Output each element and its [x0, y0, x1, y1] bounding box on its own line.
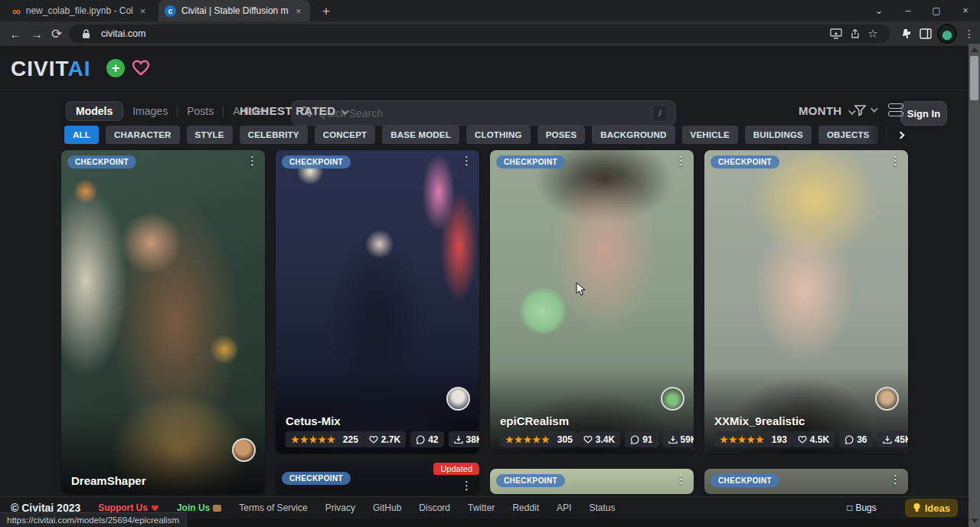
creator-avatar[interactable]	[661, 387, 684, 411]
chip-celebrity[interactable]: CELEBRITY	[240, 126, 308, 144]
creator-avatar[interactable]	[446, 387, 470, 411]
new-tab-button[interactable]: +	[317, 2, 335, 21]
mouse-cursor	[576, 282, 587, 300]
chip-style[interactable]: STYLE	[187, 126, 233, 144]
briefcase-icon	[213, 505, 221, 512]
search-input[interactable]: Quick Search /	[291, 100, 676, 126]
browser-menu-icon[interactable]: ⋮	[959, 24, 979, 44]
model-card-cetus-mix[interactable]: CHECKPOINT ⋮ Cetus-Mix ★★★★★225 2.7K 42 …	[276, 150, 479, 453]
comments-pill: 91	[625, 431, 658, 447]
support-us-link[interactable]: Support Us	[98, 502, 159, 513]
footer-link-reddit[interactable]: Reddit	[512, 502, 539, 513]
footer-link-twitter[interactable]: Twitter	[468, 502, 495, 513]
category-bar: ALL CHARACTER STYLE CELEBRITY CONCEPT BA…	[64, 126, 906, 144]
reload-icon[interactable]: ⟳	[47, 25, 66, 43]
model-type-badge: CHECKPOINT	[282, 155, 351, 169]
creator-avatar[interactable]	[232, 438, 256, 462]
url-text: civitai.com	[101, 28, 827, 39]
tab-close-icon[interactable]: ×	[294, 5, 303, 17]
model-stats: ★★★★★305 3.4K 91 59K	[500, 431, 687, 447]
card-menu-icon[interactable]: ⋮	[461, 479, 472, 493]
side-panel-icon[interactable]	[916, 24, 936, 44]
model-type-badge: CHECKPOINT	[496, 155, 565, 169]
sort-dropdown[interactable]: HIGHEST RATED	[240, 104, 347, 117]
bookmark-star-icon[interactable]: ☆	[864, 27, 882, 41]
minimize-button[interactable]: –	[895, 0, 921, 21]
ideas-button[interactable]: Ideas	[905, 499, 958, 517]
tab-colab[interactable]: ∞ new_colab_file.ipynb - Colaborat ×	[6, 0, 156, 21]
chip-vehicle[interactable]: VEHICLE	[682, 126, 738, 144]
address-bar[interactable]: civitai.com ☆	[69, 25, 890, 43]
period-dropdown[interactable]: MONTH	[799, 104, 854, 117]
comment-icon	[630, 435, 639, 444]
sign-in-button[interactable]: Sign In	[900, 101, 947, 126]
profile-avatar[interactable]	[937, 24, 957, 44]
model-card-dreamshaper[interactable]: CHECKPOINT ⋮ DreamShaper	[61, 150, 265, 494]
back-icon[interactable]: ←	[6, 25, 24, 43]
bugs-link[interactable]: □Bugs	[847, 502, 877, 513]
chip-buildings[interactable]: BUILDINGS	[745, 126, 812, 144]
tab-close-icon[interactable]: ×	[139, 5, 148, 17]
footer-link-status[interactable]: Status	[589, 502, 615, 513]
rating-count: 225	[343, 434, 358, 445]
model-card-xxmix[interactable]: CHECKPOINT ⋮ XXMix_9realistic ★★★★★193 4…	[704, 150, 908, 453]
footer-link-api[interactable]: API	[557, 502, 571, 513]
tab-search-icon[interactable]: ⌄	[866, 0, 892, 21]
card-menu-icon[interactable]: ⋮	[675, 154, 687, 168]
model-card-partial[interactable]: CHECKPOINT ⋮	[490, 469, 694, 494]
model-card-partial[interactable]: CHECKPOINT Updated ⋮	[276, 462, 479, 494]
civitai-favicon: c	[165, 5, 176, 17]
site-header: CIVITAI + Quick Search / Sign In	[0, 46, 969, 90]
share-icon[interactable]	[845, 28, 864, 39]
link-status-bubble: https://civitai.com/models/25694/epicrea…	[0, 512, 187, 527]
scrollbar-thumb[interactable]	[970, 56, 978, 100]
tab-posts[interactable]: Posts	[178, 102, 223, 120]
chip-background[interactable]: BACKGROUND	[592, 126, 675, 144]
civitai-logo[interactable]: CIVITAI	[11, 57, 90, 81]
join-us-link[interactable]: Join Us	[177, 502, 221, 513]
layout-toggle-icon[interactable]	[888, 103, 903, 117]
extensions-puzzle-icon[interactable]	[896, 24, 916, 44]
send-to-device-icon[interactable]	[827, 28, 845, 39]
page-scrollbar[interactable]	[969, 44, 980, 527]
filter-funnel-icon[interactable]	[854, 103, 876, 116]
scroll-down-icon[interactable]	[971, 519, 978, 523]
model-card-partial[interactable]: CHECKPOINT ⋮	[704, 469, 908, 494]
chip-character[interactable]: CHARACTER	[106, 126, 180, 144]
card-menu-icon[interactable]: ⋮	[675, 473, 687, 486]
tab-images[interactable]: Images	[123, 102, 177, 120]
forward-icon[interactable]: →	[28, 25, 46, 43]
model-type-badge: CHECKPOINT	[710, 474, 779, 487]
chip-clothing[interactable]: CLOTHING	[466, 126, 531, 144]
star-icons: ★★★★★	[720, 434, 765, 445]
downloads-pill: 59K	[663, 431, 694, 447]
card-menu-icon[interactable]: ⋮	[890, 154, 901, 168]
close-button[interactable]: ×	[952, 0, 978, 21]
footer-link-privacy[interactable]: Privacy	[325, 502, 355, 513]
footer-link-github[interactable]: GitHub	[373, 502, 401, 513]
creator-avatar[interactable]	[875, 387, 899, 411]
comment-icon	[416, 435, 425, 444]
favorites-heart-icon[interactable]	[131, 58, 151, 80]
footer-link-discord[interactable]: Discord	[419, 502, 450, 513]
model-stats: ★★★★★225 2.7K 42 38K	[286, 431, 472, 447]
chevron-right-icon	[897, 131, 905, 139]
chip-poses[interactable]: POSES	[537, 126, 586, 144]
tab-models[interactable]: Models	[66, 101, 122, 121]
scroll-up-icon[interactable]	[971, 47, 978, 52]
tab-title: new_colab_file.ipynb - Colaborat	[26, 5, 133, 16]
chip-base-model[interactable]: BASE MODEL	[382, 126, 459, 144]
lightbulb-icon	[913, 502, 921, 513]
footer-link-terms[interactable]: Terms of Service	[239, 502, 307, 513]
tab-civitai[interactable]: c Civitai | Stable Diffusion models, ×	[158, 0, 310, 21]
category-scroll-right-button[interactable]	[865, 126, 908, 144]
chip-concept[interactable]: CONCEPT	[315, 126, 376, 144]
model-card-epicrealism[interactable]: CHECKPOINT ⋮ epiCRealism ★★★★★305 3.4K 9…	[490, 150, 694, 453]
model-type-badge: CHECKPOINT	[710, 155, 779, 169]
chip-all[interactable]: ALL	[64, 126, 99, 144]
card-menu-icon[interactable]: ⋮	[461, 154, 472, 168]
card-menu-icon[interactable]: ⋮	[890, 473, 901, 486]
maximize-button[interactable]: ▢	[923, 0, 949, 21]
card-menu-icon[interactable]: ⋮	[247, 154, 258, 168]
create-plus-button[interactable]: +	[106, 59, 125, 77]
